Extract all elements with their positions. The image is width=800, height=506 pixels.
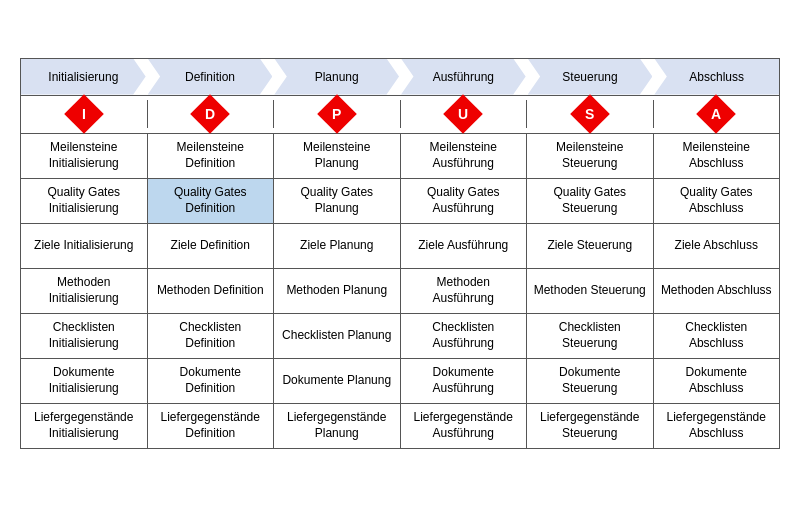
data-cell[interactable]: Meilensteine Steuerung (527, 134, 654, 178)
data-cell[interactable]: Liefergegen­stände Steuerung (527, 404, 654, 448)
data-cell[interactable]: Quality Gates Steuerung (527, 179, 654, 223)
diamond-shape-d: D (190, 94, 230, 134)
phase-letter-a: A (711, 106, 721, 122)
data-cell[interactable]: Liefergegen­stände Definition (148, 404, 275, 448)
data-cell[interactable]: Liefergegen­stände Ausführung (401, 404, 528, 448)
phase-arrow-a: Abschluss (654, 59, 779, 95)
phase-header-row: InitialisierungDefinitionPlanungAusführu… (21, 59, 779, 96)
phase-arrow-p: Planung (274, 59, 399, 95)
diamond-cell-s: S (527, 100, 654, 128)
table-row: Meilensteine InitialisierungMeilensteine… (21, 134, 779, 179)
phase-letter-u: U (458, 106, 468, 122)
diamond-cell-i: I (21, 100, 148, 128)
diamond-cell-d: D (148, 100, 275, 128)
main-table: InitialisierungDefinitionPlanungAusführu… (20, 58, 780, 449)
table-row: Quality Gates InitialisierungQuality Gat… (21, 179, 779, 224)
diamond-shape-a: A (696, 94, 736, 134)
data-cell[interactable]: Dokumente Initialisierung (21, 359, 148, 403)
data-cell[interactable]: Methoden Abschluss (654, 269, 780, 313)
diamond-cell-a: A (654, 100, 780, 128)
phase-letter-s: S (585, 106, 594, 122)
data-cell[interactable]: Checklisten Definition (148, 314, 275, 358)
table-row: Liefergegen­stände InitialisierungLiefer… (21, 404, 779, 448)
table-row: Ziele InitialisierungZiele DefinitionZie… (21, 224, 779, 269)
data-cell[interactable]: Ziele Abschluss (654, 224, 780, 268)
diamond-shape-p: P (317, 94, 357, 134)
data-cell[interactable]: Meilensteine Planung (274, 134, 401, 178)
phase-arrow-u: Ausführung (401, 59, 526, 95)
diamond-cell-p: P (274, 100, 401, 128)
table-row: Dokumente InitialisierungDokumente Defin… (21, 359, 779, 404)
data-cell[interactable]: Meilensteine Ausführung (401, 134, 528, 178)
data-cell[interactable]: Ziele Ausführung (401, 224, 528, 268)
data-cell[interactable]: Quality Gates Ausführung (401, 179, 528, 223)
data-cell[interactable]: Dokumente Definition (148, 359, 275, 403)
data-cell[interactable]: Dokumente Planung (274, 359, 401, 403)
data-cell[interactable]: Methoden Planung (274, 269, 401, 313)
table-row: Checklisten InitialisierungChecklisten D… (21, 314, 779, 359)
diamond-shape-i: I (64, 94, 104, 134)
data-cell[interactable]: Ziele Definition (148, 224, 275, 268)
data-cell[interactable]: Methoden Initialisierung (21, 269, 148, 313)
data-cell[interactable]: Methoden Ausführung (401, 269, 528, 313)
data-cell[interactable]: Dokumente Abschluss (654, 359, 780, 403)
phase-arrow-i: Initialisierung (21, 59, 146, 95)
data-cell[interactable]: Checklisten Ausführung (401, 314, 528, 358)
data-cell[interactable]: Checklisten Initialisierung (21, 314, 148, 358)
phase-letter-d: D (205, 106, 215, 122)
data-cell[interactable]: Liefergegen­stände Initialisierung (21, 404, 148, 448)
diamond-cell-u: U (401, 100, 528, 128)
data-cell[interactable]: Dokumente Steuerung (527, 359, 654, 403)
diamond-row: IDPUSA (21, 96, 779, 134)
diamond-shape-u: U (443, 94, 483, 134)
data-cell[interactable]: Meilensteine Initialisierung (21, 134, 148, 178)
data-cell[interactable]: Quality Gates Initialisierung (21, 179, 148, 223)
data-cell[interactable]: Checklisten Steuerung (527, 314, 654, 358)
data-cell[interactable]: Liefergegen­stände Abschluss (654, 404, 780, 448)
data-cell[interactable]: Meilensteine Definition (148, 134, 275, 178)
data-cell[interactable]: Quality Gates Definition (148, 179, 275, 223)
data-cell[interactable]: Methoden Steuerung (527, 269, 654, 313)
data-cell[interactable]: Dokumente Ausführung (401, 359, 528, 403)
phase-arrow-d: Definition (148, 59, 273, 95)
diamond-shape-s: S (570, 94, 610, 134)
data-cell[interactable]: Ziele Planung (274, 224, 401, 268)
data-cell[interactable]: Ziele Initialisierung (21, 224, 148, 268)
data-cell[interactable]: Methoden Definition (148, 269, 275, 313)
data-cell[interactable]: Liefergegen­stände Planung (274, 404, 401, 448)
data-cell[interactable]: Ziele Steuerung (527, 224, 654, 268)
phase-letter-i: I (82, 106, 86, 122)
data-cell[interactable]: Meilensteine Abschluss (654, 134, 780, 178)
phase-letter-p: P (332, 106, 341, 122)
phase-arrow-s: Steuerung (528, 59, 653, 95)
data-cell[interactable]: Checklisten Planung (274, 314, 401, 358)
table-row: Methoden InitialisierungMethoden Definit… (21, 269, 779, 314)
data-cell[interactable]: Checklisten Abschluss (654, 314, 780, 358)
data-cell[interactable]: Quality Gates Abschluss (654, 179, 780, 223)
data-cell[interactable]: Quality Gates Planung (274, 179, 401, 223)
